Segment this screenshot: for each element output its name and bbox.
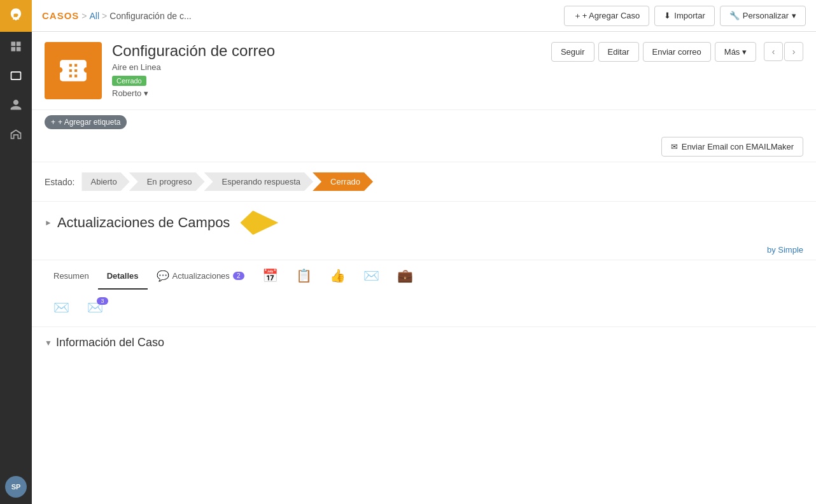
status-steps: Abierto En progreso Esperando respuesta … [82, 172, 373, 191]
tab-approval[interactable]: 👍 [321, 260, 355, 292]
by-simple-link[interactable]: by Simple [32, 244, 816, 260]
tab-briefcase[interactable]: 💼 [388, 260, 422, 292]
envelope-icon: ✉ [671, 142, 678, 151]
tabs-row1: Resumen Detalles 💬 Actualizaciones 2 📅 📋 [45, 260, 803, 292]
content-area: Configuración de correo Aire en Linea Ce… [32, 32, 816, 504]
svg-rect-0 [11, 42, 16, 46]
notes-icon: 📋 [296, 268, 312, 283]
chevron-down-icon: ▾ [792, 11, 796, 20]
email-maker-button[interactable]: ✉ Enviar Email con EMAILMaker [661, 137, 803, 157]
status-step-abierto[interactable]: Abierto [81, 172, 129, 191]
breadcrumb-sep1: > [81, 11, 87, 21]
svg-rect-2 [11, 47, 16, 52]
tabs-section: Resumen Detalles 💬 Actualizaciones 2 📅 📋 [32, 260, 816, 327]
tab-mail[interactable]: ✉️ [355, 260, 388, 292]
sidebar: SP [0, 0, 32, 504]
ticket-icon [57, 55, 89, 87]
nav-arrows: ‹ › [764, 42, 803, 61]
wrench-icon: 🔧 [729, 11, 740, 20]
tab-detalles[interactable]: Detalles [98, 263, 148, 290]
more-chevron-icon: ▾ [742, 47, 747, 57]
status-step-cerrado[interactable]: Cerrado [313, 172, 373, 191]
mail2-icon: ✉️ [53, 300, 69, 315]
add-tag-section: + + Agregar etiqueta [32, 110, 816, 132]
info-toggle-icon: ▼ [45, 339, 52, 347]
breadcrumb-sep2: > [102, 11, 107, 21]
briefcase-icon: 💼 [397, 268, 413, 283]
section-title: Actualizaciones de Campos [57, 214, 230, 231]
thumbsup-icon: 👍 [330, 268, 346, 283]
assignee-dropdown-icon[interactable]: ▾ [144, 88, 148, 98]
tab-notes[interactable]: 📋 [287, 260, 321, 292]
email-action-bar: ✉ Enviar Email con EMAILMaker [32, 132, 816, 162]
status-bar: Estado: Abierto En progreso Esperando re… [32, 162, 816, 202]
chat-icon: 💬 [157, 270, 169, 282]
customize-button[interactable]: 🔧 Personalizar ▾ [720, 6, 806, 26]
more-button[interactable]: Más ▾ [715, 42, 756, 62]
actualizaciones-badge: 2 [233, 272, 244, 280]
tab-actualizaciones[interactable]: 💬 Actualizaciones 2 [148, 262, 253, 291]
case-icon [45, 42, 102, 99]
case-title: Configuración de correo [112, 42, 541, 60]
import-button[interactable]: ⬇ Importar [654, 6, 714, 26]
calendar-icon: 📅 [262, 268, 278, 283]
send-email-button[interactable]: Enviar correo [643, 42, 711, 62]
arrow-icon [240, 211, 278, 235]
status-step-en-progreso[interactable]: En progreso [129, 172, 205, 191]
mail-icon: ✉️ [363, 268, 379, 283]
status-badge: Cerrado [112, 76, 146, 86]
tab-calendar[interactable]: 📅 [253, 260, 287, 292]
tab-resumen[interactable]: Resumen [45, 263, 98, 290]
next-case-button[interactable]: › [784, 42, 803, 61]
tabs-row2: ✉️ ✉️ 3 [45, 292, 803, 326]
case-header: Configuración de correo Aire en Linea Ce… [32, 32, 816, 110]
breadcrumb-all[interactable]: All [90, 11, 100, 21]
breadcrumb: CASOS > All > Configuración de c... [42, 10, 564, 21]
info-section-header[interactable]: ▼ Información del Caso [45, 336, 803, 349]
logo-icon [7, 7, 25, 25]
prev-case-button[interactable]: ‹ [764, 42, 783, 61]
field-updates-section: ► Actualizaciones de Campos by Simple [32, 202, 816, 260]
sidebar-item-dashboard[interactable] [0, 32, 32, 61]
case-actions: Seguir Editar Enviar correo Más ▾ ‹ › [551, 42, 803, 62]
main-area: CASOS > All > Configuración de c... ＋ + … [32, 0, 816, 504]
add-tag-button[interactable]: + + Agregar etiqueta [45, 115, 127, 129]
case-company: Aire en Linea [112, 62, 541, 72]
add-case-button[interactable]: ＋ + Agregar Caso [564, 6, 650, 26]
topbar: CASOS > All > Configuración de c... ＋ + … [32, 0, 816, 32]
breadcrumb-current: Configuración de c... [109, 11, 191, 21]
user-avatar[interactable]: SP [5, 476, 27, 498]
field-updates-header[interactable]: ► Actualizaciones de Campos [32, 202, 816, 244]
edit-button[interactable]: Editar [598, 42, 639, 62]
topbar-actions: ＋ + Agregar Caso ⬇ Importar 🔧 Personaliz… [564, 6, 806, 26]
sidebar-item-buildings[interactable] [0, 120, 32, 149]
plus-tag-icon: + [51, 118, 55, 127]
plus-icon: ＋ [573, 10, 582, 22]
tab-mail2[interactable]: ✉️ [45, 292, 78, 324]
status-label: Estado: [45, 177, 74, 187]
info-title: Información del Caso [56, 336, 164, 349]
svg-rect-3 [17, 47, 21, 52]
download-icon: ⬇ [664, 11, 671, 20]
info-section: ▼ Información del Caso [32, 327, 816, 358]
sidebar-logo[interactable] [0, 0, 32, 32]
case-assignee: Roberto ▾ [112, 88, 541, 98]
tab-mail-badge[interactable]: ✉️ 3 [78, 292, 112, 324]
case-info: Configuración de correo Aire en Linea Ce… [112, 42, 541, 98]
status-step-esperando[interactable]: Esperando respuesta [204, 172, 314, 191]
module-title: CASOS [42, 10, 79, 21]
svg-rect-1 [17, 42, 21, 46]
follow-button[interactable]: Seguir [551, 42, 594, 62]
sidebar-item-people[interactable] [0, 90, 32, 120]
sidebar-item-cases[interactable] [0, 61, 32, 90]
mail-badge: 3 [97, 297, 108, 305]
section-toggle-icon: ► [45, 218, 52, 227]
